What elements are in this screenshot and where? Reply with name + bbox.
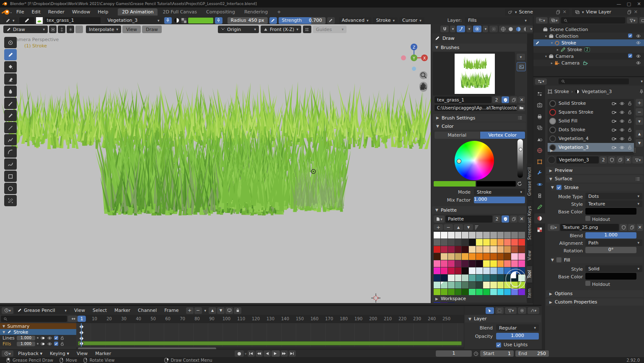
mode-type-dropdown[interactable]: Dots▾ [585, 193, 642, 200]
keyframe-options-dropdown[interactable]: ▾ [204, 309, 207, 313]
maximize-button[interactable]: ▢ [624, 0, 634, 8]
workspace-panel-header[interactable]: ▶Workspace [432, 295, 527, 302]
palette-swatch[interactable] [490, 289, 497, 296]
palette-swatch[interactable] [441, 289, 447, 296]
properties-constraints-tab[interactable] [534, 191, 545, 201]
palette-swatch[interactable] [518, 260, 525, 267]
strength-pressure-toggle[interactable] [327, 17, 335, 24]
playback-menu-keying[interactable]: Keying ▾ [46, 351, 73, 356]
orientation-dropdown[interactable]: Front (X-Z)▾ [261, 26, 301, 33]
brush-name-field[interactable]: tex_grass_1 [44, 17, 101, 24]
dopesheet-menu-select[interactable]: Select [89, 308, 111, 313]
properties-output-tab[interactable] [534, 111, 545, 122]
palette-swatch[interactable] [441, 246, 447, 253]
palette-swatch[interactable] [490, 260, 497, 267]
texture-path-field[interactable]: C:\Users\pcaggegi\Ap...al\Temp\icos\tex_… [435, 105, 517, 111]
palette-swatch[interactable] [476, 260, 483, 267]
palette-swatch[interactable] [476, 282, 483, 288]
material-unlink-icon[interactable]: ✕ [625, 156, 631, 163]
stabilize-toggle-icon[interactable] [58, 26, 65, 33]
dopesheet-mode-dropdown[interactable]: Grease Pencil▾ [14, 307, 70, 314]
tool-cursor-icon[interactable] [4, 37, 17, 48]
palette-swatch[interactable] [497, 282, 504, 288]
palette-swatch[interactable] [469, 232, 476, 239]
palette-swatch[interactable] [434, 246, 440, 253]
next-keyframe-button[interactable] [281, 350, 288, 357]
fake-user-shield-icon[interactable] [502, 96, 509, 103]
color-pin-button[interactable] [215, 17, 222, 24]
lock-icon[interactable] [234, 307, 241, 314]
vertex-color-swatch[interactable] [188, 18, 213, 23]
palette-swatch[interactable] [448, 275, 455, 281]
n-panel-tab-tool[interactable]: Tool [527, 266, 532, 283]
palette-swatch[interactable] [441, 267, 447, 274]
channel-search-input[interactable] [1, 316, 67, 322]
workspace-tab[interactable]: Rendering [240, 8, 272, 16]
channel-lines[interactable]: Lines 1.000 [0, 335, 81, 341]
stroke-holdout-checkbox[interactable] [585, 216, 590, 221]
shading-solid-icon[interactable] [507, 26, 514, 32]
eye-icon[interactable] [619, 110, 625, 115]
blend-slider[interactable]: 1.000 [585, 232, 636, 239]
secondary-color-swatch[interactable] [476, 181, 516, 187]
brush-settings-panel-header[interactable]: ▶Brush Settings [433, 114, 526, 122]
tool-draw-icon[interactable] [4, 49, 17, 60]
palette-swatch[interactable] [497, 246, 504, 253]
material-preview-circle[interactable] [548, 156, 556, 164]
add-slot-button[interactable]: + [636, 99, 643, 106]
view-layer-selector[interactable]: ▾View Layer ✕ [572, 9, 641, 16]
palette-swatch[interactable] [504, 260, 511, 267]
properties-editor-type-dropdown[interactable]: ▾ [535, 78, 547, 85]
palette-swatch[interactable] [497, 239, 504, 246]
palette-swatch[interactable] [483, 260, 490, 267]
outliner-row[interactable]: ▾Camera [533, 53, 644, 60]
tool-interpolate-icon[interactable] [4, 195, 17, 206]
palette-swatch[interactable] [483, 232, 490, 239]
tool-cutter-icon[interactable] [4, 98, 17, 109]
lock-open-icon[interactable] [627, 110, 632, 115]
palette-swatch[interactable] [511, 253, 518, 260]
workspace-tab[interactable]: 2D Full Canvas [158, 8, 201, 16]
zoom-icon[interactable] [419, 71, 427, 79]
render-visibility-icon[interactable] [611, 101, 617, 106]
palette-swatch[interactable] [483, 289, 490, 296]
tool-arc-icon[interactable] [4, 146, 17, 158]
palette-panel-header[interactable]: ▼Palette [432, 206, 527, 214]
guides-grid-toggle-icon[interactable] [303, 26, 311, 33]
palette-duplicate-icon[interactable] [510, 215, 517, 223]
outliner-filter-dropdown[interactable]: ▾ [627, 17, 638, 23]
overlays-toggle-icon[interactable] [473, 26, 481, 32]
material-pin-button[interactable] [164, 17, 172, 24]
palette-swatch[interactable] [462, 260, 468, 267]
properties-physics-tab[interactable] [534, 179, 545, 189]
palette-swatch[interactable] [455, 239, 462, 246]
current-color-swatch[interactable] [434, 181, 476, 187]
overlays-options-dropdown[interactable]: ▾ [483, 26, 488, 32]
palette-swatch[interactable] [434, 282, 440, 288]
material-slot[interactable]: Vegetation_4 [548, 134, 634, 143]
shading-options-dropdown[interactable]: ▾ [530, 27, 532, 31]
playback-menu-marker[interactable]: Marker [91, 351, 115, 356]
shading-material-icon[interactable] [515, 26, 522, 32]
palette-swatch[interactable] [483, 282, 490, 288]
properties-scene-tab[interactable] [534, 134, 545, 144]
material-duplicate-icon[interactable] [616, 156, 624, 163]
surface-panel-header[interactable]: ▼Surface [546, 175, 644, 182]
onion-skin-icon[interactable] [40, 336, 45, 340]
eye-icon[interactable] [619, 119, 625, 124]
blend-mode-dropdown[interactable]: Regular▾ [496, 324, 539, 331]
menu-render[interactable]: Render [44, 9, 68, 15]
eye-icon[interactable] [47, 336, 52, 340]
brush-preview-image[interactable] [455, 54, 495, 94]
palette-swatch[interactable] [441, 282, 447, 288]
proportional-edit-icon[interactable] [457, 26, 465, 32]
lines-opacity-field[interactable]: 1.000 [17, 336, 35, 340]
stroke-base-color-swatch[interactable] [585, 208, 636, 215]
slot-specials-dropdown[interactable]: ▾ [636, 117, 643, 125]
dopesheet-menu-view[interactable]: View [70, 308, 89, 313]
rotation-field[interactable]: 0° [585, 247, 636, 253]
gp-frame-held-bar[interactable] [78, 341, 462, 345]
n-panel-tab-item[interactable]: Item [527, 284, 532, 302]
cursor-dropdown[interactable]: Cursor▾ [399, 17, 424, 24]
placement-toggle-icon[interactable] [49, 26, 57, 33]
